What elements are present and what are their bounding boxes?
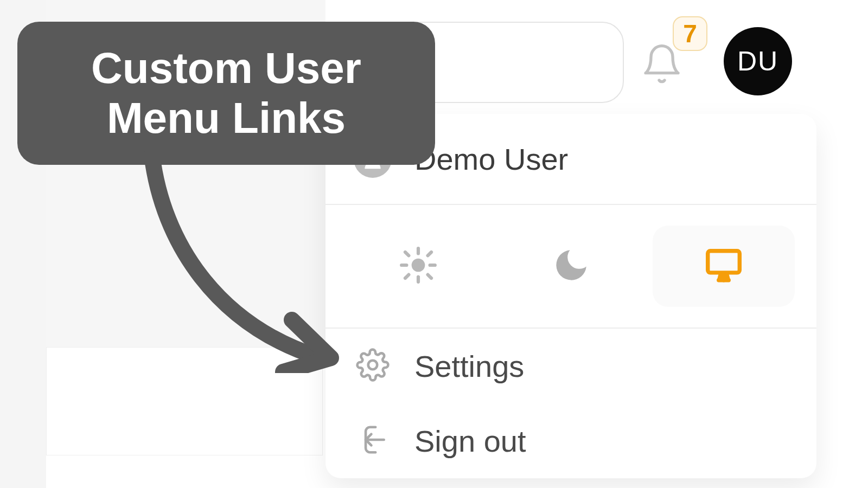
theme-light-button[interactable] xyxy=(347,226,489,307)
svg-line-4 xyxy=(405,252,409,255)
notification-count: 7 xyxy=(683,19,697,48)
notification-badge: 7 xyxy=(673,16,707,51)
user-menu-dropdown: Demo User xyxy=(326,114,816,478)
user-name-label: Demo User xyxy=(414,142,568,177)
moon-icon xyxy=(551,245,591,287)
svg-line-5 xyxy=(427,275,431,278)
annotation-callout: Custom User Menu Links xyxy=(17,22,435,165)
svg-line-8 xyxy=(405,275,409,278)
svg-rect-10 xyxy=(708,251,740,273)
menu-item-settings[interactable]: Settings xyxy=(326,329,816,403)
avatar-initials: DU xyxy=(737,46,778,77)
monitor-icon xyxy=(704,245,744,287)
bg-panel-lower xyxy=(46,347,323,455)
theme-dark-button[interactable] xyxy=(500,226,642,307)
signout-icon xyxy=(356,423,390,459)
gear-icon xyxy=(356,348,390,384)
sun-icon xyxy=(398,245,438,287)
theme-switcher xyxy=(326,205,816,328)
signout-label: Sign out xyxy=(414,423,526,459)
menu-item-signout[interactable]: Sign out xyxy=(326,403,816,478)
user-avatar[interactable]: DU xyxy=(724,27,792,95)
svg-point-11 xyxy=(368,361,378,370)
svg-line-9 xyxy=(427,252,431,255)
settings-label: Settings xyxy=(414,349,524,384)
callout-text: Custom User Menu Links xyxy=(91,44,361,142)
svg-point-1 xyxy=(413,260,424,271)
theme-system-button[interactable] xyxy=(653,226,795,307)
